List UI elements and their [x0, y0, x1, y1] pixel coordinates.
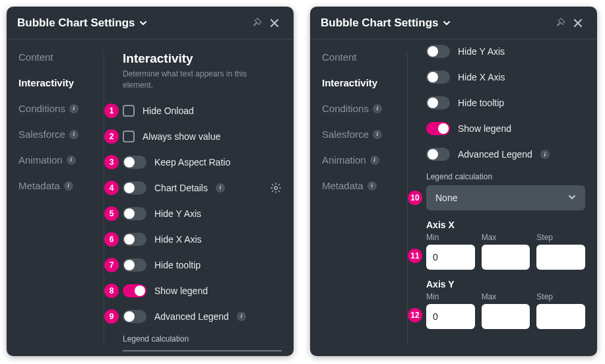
- panel-header: Bubble Chart Settings: [7, 7, 294, 40]
- row-hide-x-axis: 6 Hide X Axis: [123, 231, 282, 247]
- chevron-down-icon: [443, 19, 451, 27]
- sidebar: Content Interactivity Conditionsi Salesf…: [7, 40, 104, 356]
- marker-1: 1: [104, 104, 119, 118]
- sidebar-item-label: Content: [18, 51, 53, 63]
- hide-y-axis-toggle[interactable]: [123, 207, 146, 220]
- sidebar-item-interactivity[interactable]: Interactivity: [18, 77, 104, 88]
- row-label: Hide Onload: [143, 106, 194, 116]
- axis-step-label: Step: [536, 292, 585, 301]
- advanced-legend-toggle[interactable]: [426, 148, 450, 161]
- info-icon: i: [373, 130, 382, 139]
- marker-12: 12: [408, 308, 422, 322]
- row-label: Always show value: [143, 131, 220, 142]
- sidebar-item-animation[interactable]: Animationi: [18, 154, 104, 166]
- marker-2: 2: [104, 129, 119, 144]
- sidebar-item-label: Salesforce: [18, 129, 65, 140]
- sidebar-item-conditions[interactable]: Conditionsi: [18, 103, 104, 114]
- row-show-legend: 8 Show legend: [123, 283, 282, 299]
- hide-tooltip-toggle[interactable]: [123, 258, 146, 272]
- row-keep-aspect-ratio: 3 Keep Aspect Ratio: [123, 154, 282, 170]
- axis-step-label: Step: [536, 233, 585, 242]
- sidebar-item-interactivity[interactable]: Interactivity: [322, 77, 408, 88]
- row-label: Hide tooltip: [154, 260, 201, 270]
- row-label: Chart Details: [154, 183, 208, 193]
- sidebar-item-label: Content: [322, 51, 357, 63]
- sidebar-item-label: Animation: [322, 154, 366, 166]
- content-area: Hide Y Axis Hide X Axis Hide tooltip Sho…: [408, 40, 597, 356]
- row-label: Hide X Axis: [458, 72, 505, 82]
- sidebar-item-metadata[interactable]: Metadatai: [322, 180, 408, 191]
- row-hide-onload: 1 Hide Onload: [123, 103, 282, 119]
- panel-header: Bubble Chart Settings: [310, 7, 597, 40]
- row-advanced-legend: 9 Advanced Legend i: [123, 309, 282, 324]
- legend-calc-select[interactable]: None: [426, 185, 585, 210]
- row-hide-tooltip: Hide tooltip: [426, 95, 585, 111]
- row-chart-details: 4 Chart Details i: [123, 180, 282, 196]
- sidebar-item-salesforce[interactable]: Salesforcei: [18, 129, 104, 140]
- sidebar-item-content[interactable]: Content: [18, 51, 104, 63]
- gear-icon[interactable]: [270, 182, 282, 194]
- panel-title-text: Bubble Chart Settings: [17, 16, 135, 30]
- content-area: Interactivity Determine what text appear…: [104, 40, 294, 356]
- sidebar-item-content[interactable]: Content: [322, 51, 408, 63]
- pin-icon[interactable]: [552, 15, 569, 32]
- legend-calc-underline[interactable]: [123, 348, 282, 351]
- info-icon: i: [373, 104, 382, 113]
- axis-y-step-input[interactable]: [536, 304, 585, 329]
- row-hide-y-axis: 5 Hide Y Axis: [123, 206, 282, 222]
- svg-point-0: [274, 186, 278, 189]
- row-label: Hide X Axis: [154, 234, 202, 245]
- close-icon[interactable]: [569, 15, 587, 32]
- info-icon: i: [370, 156, 379, 165]
- row-hide-x-axis: Hide X Axis: [426, 69, 585, 85]
- sidebar-item-label: Metadata: [18, 180, 60, 191]
- pin-icon[interactable]: [249, 15, 266, 32]
- axis-x-title: Axis X: [426, 220, 585, 230]
- info-icon: i: [69, 104, 79, 113]
- hide-tooltip-toggle[interactable]: [426, 96, 450, 109]
- sidebar-item-animation[interactable]: Animationi: [322, 154, 408, 166]
- info-icon: i: [69, 130, 79, 139]
- axis-x-max-input[interactable]: [482, 245, 530, 270]
- panel-title-text: Bubble Chart Settings: [321, 16, 439, 30]
- always-show-value-checkbox[interactable]: [123, 131, 135, 142]
- hide-y-axis-toggle[interactable]: [426, 45, 450, 58]
- hide-x-axis-toggle[interactable]: [426, 71, 450, 84]
- row-label: Hide tooltip: [458, 98, 504, 108]
- panel-title[interactable]: Bubble Chart Settings: [321, 16, 451, 30]
- keep-aspect-ratio-toggle[interactable]: [123, 156, 146, 169]
- row-label: Keep Aspect Ratio: [154, 157, 230, 167]
- axis-x-min-input[interactable]: [426, 245, 475, 270]
- legend-calc-field: Legend calculation: [123, 334, 282, 351]
- info-icon: i: [367, 181, 377, 191]
- marker-4: 4: [104, 181, 119, 195]
- sidebar-item-label: Conditions: [322, 103, 369, 114]
- row-label: Hide Y Axis: [458, 46, 505, 57]
- sidebar-item-label: Conditions: [18, 103, 65, 114]
- row-label: Hide Y Axis: [154, 208, 201, 219]
- chart-details-toggle[interactable]: [123, 181, 146, 195]
- row-hide-y-axis: Hide Y Axis: [426, 44, 585, 59]
- show-legend-toggle[interactable]: [123, 284, 146, 297]
- axis-x-step-input[interactable]: [536, 245, 585, 270]
- axis-y-min-input[interactable]: [426, 304, 475, 329]
- row-label: Show legend: [458, 123, 511, 134]
- sidebar-item-conditions[interactable]: Conditionsi: [322, 103, 408, 114]
- sidebar-item-metadata[interactable]: Metadatai: [18, 180, 104, 191]
- select-value: None: [435, 193, 457, 203]
- show-legend-toggle[interactable]: [426, 122, 450, 135]
- sidebar-item-salesforce[interactable]: Salesforcei: [322, 129, 408, 140]
- panel-title[interactable]: Bubble Chart Settings: [17, 16, 147, 30]
- hide-onload-checkbox[interactable]: [123, 105, 135, 117]
- sidebar: Content Interactivity Conditionsi Salesf…: [310, 40, 408, 356]
- info-icon: i: [67, 156, 76, 165]
- axis-max-label: Max: [482, 233, 530, 242]
- axis-y-title: Axis Y: [426, 279, 585, 289]
- axis-y-max-input[interactable]: [482, 304, 530, 329]
- row-label: Advanced Legend: [154, 311, 229, 322]
- section-subtitle: Determine what text appears in this elem…: [123, 69, 255, 91]
- hide-x-axis-toggle[interactable]: [123, 233, 146, 246]
- info-icon: i: [64, 181, 73, 191]
- advanced-legend-toggle[interactable]: [123, 310, 146, 323]
- close-icon[interactable]: [266, 15, 283, 32]
